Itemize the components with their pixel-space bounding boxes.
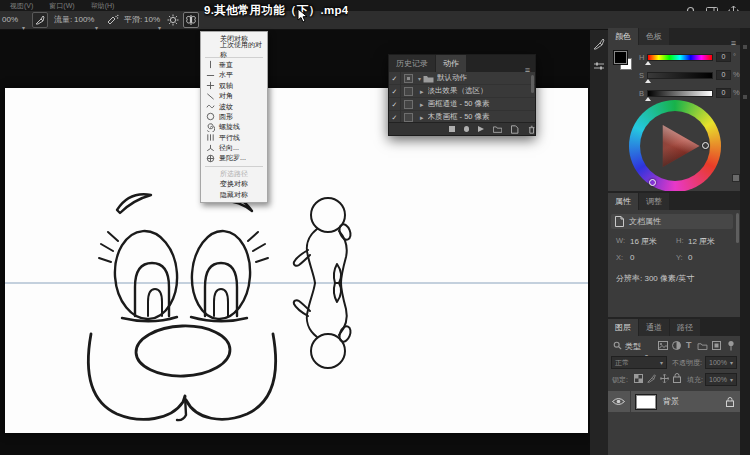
height-value[interactable]: 12 厘米 [688, 236, 715, 247]
tab-channels[interactable]: 通道 [639, 319, 669, 336]
expand-arrow-icon[interactable] [420, 87, 424, 96]
delete-button[interactable] [528, 125, 535, 134]
paint-symmetry-butterfly-button[interactable] [183, 12, 199, 28]
menu-item-spiral[interactable]: 螺旋线 [201, 122, 267, 132]
dialog-toggle-icon[interactable] [404, 87, 413, 96]
saturation-value[interactable]: 0 [716, 70, 731, 80]
panel-menu-icon[interactable] [731, 32, 736, 50]
filter-type-icon[interactable]: T [686, 340, 692, 350]
actions-scrollbar[interactable] [531, 75, 534, 93]
menu-item-dual-axis[interactable]: 双轴 [201, 81, 267, 91]
menu-item-parallel-lines[interactable]: 平行线 [201, 133, 267, 143]
action-set-row[interactable]: ✓ 默认动作 [389, 72, 535, 85]
lock-transparency-icon[interactable] [634, 374, 643, 383]
brightness-slider-thumb[interactable] [645, 97, 651, 101]
foreground-color-swatch[interactable] [614, 51, 627, 64]
dialog-toggle-icon[interactable] [404, 113, 413, 122]
tab-properties[interactable]: 属性 [608, 193, 638, 210]
action-row[interactable]: ✓ 画框通道 - 50 像素 [389, 98, 535, 111]
parallel-lines-symmetry-icon [206, 133, 215, 142]
layer-thumbnail[interactable] [636, 395, 656, 409]
x-value[interactable]: 0 [630, 253, 634, 262]
resolution-value: 分辨率: 300 像素/英寸 [616, 273, 736, 284]
filter-group-icon[interactable] [697, 342, 708, 350]
action-row[interactable]: ✓ 淡出效果（选区） [389, 85, 535, 98]
lock-position-icon[interactable] [660, 374, 669, 383]
tab-history[interactable]: 历史记录 [389, 55, 435, 72]
lock-pixels-brush-icon[interactable] [647, 374, 656, 383]
tab-actions[interactable]: 动作 [436, 55, 466, 72]
diagonal-symmetry-icon [206, 92, 215, 101]
brush-panel-icon[interactable] [593, 38, 605, 50]
menu-item-vertical[interactable]: 垂直 [201, 60, 267, 70]
brightness-value[interactable]: 0 [716, 88, 731, 98]
tab-layers[interactable]: 图层 [608, 319, 638, 336]
document-properties-row[interactable]: 文档属性 [611, 214, 733, 229]
tab-adjustments[interactable]: 调整 [639, 193, 669, 210]
menu-window[interactable]: 窗口(W) [49, 1, 74, 11]
opacity-pressure-button[interactable] [32, 12, 48, 28]
menu-help[interactable]: 帮助(H) [91, 1, 115, 11]
dialog-toggle-icon[interactable] [404, 74, 413, 83]
menu-item-last-used-symmetry[interactable]: 上次使用的对称 [201, 44, 267, 54]
brush-settings-panel-icon[interactable] [593, 60, 605, 72]
filter-pin-toggle-icon[interactable] [727, 340, 735, 351]
properties-scrollbar[interactable] [736, 213, 739, 243]
brightness-slider[interactable] [647, 90, 713, 97]
expand-arrow-icon[interactable] [420, 100, 424, 109]
y-value[interactable]: 0 [688, 253, 692, 262]
expand-arrow-icon[interactable] [420, 113, 424, 122]
actions-list: ✓ 默认动作 ✓ 淡出效果（选区） ✓ 画框通道 - 50 像素 ✓ [389, 72, 535, 124]
expand-caret-icon[interactable] [418, 74, 421, 83]
flow-value[interactable]: 100% [74, 11, 94, 29]
lock-all-icon[interactable] [673, 373, 681, 383]
lock-label: 锁定: [612, 375, 628, 385]
menu-item-wavy[interactable]: 波纹 [201, 101, 267, 111]
blend-mode-select[interactable]: 正常 [611, 356, 667, 369]
menu-item-transform-symmetry[interactable]: 变换对称 [201, 179, 267, 189]
menu-item-circle[interactable]: 圆形 [201, 112, 267, 122]
play-button[interactable] [478, 126, 484, 132]
tab-paths[interactable]: 路径 [670, 319, 700, 336]
filter-adjustment-icon[interactable] [672, 341, 681, 350]
menu-item-hide-symmetry[interactable]: 隐藏对称 [201, 189, 267, 199]
visibility-eye-icon[interactable] [612, 397, 625, 406]
record-button[interactable] [464, 126, 470, 132]
dialog-toggle-icon[interactable] [404, 100, 413, 109]
edge-marker [743, 95, 747, 99]
menu-item-diagonal[interactable]: 对角 [201, 91, 267, 101]
opacity-select[interactable]: 100% [705, 356, 737, 369]
canvas[interactable] [5, 88, 588, 433]
new-set-folder-button[interactable] [493, 125, 502, 133]
filter-smart-object-icon[interactable] [712, 341, 721, 350]
dual-axis-symmetry-icon [206, 81, 215, 90]
menu-item-mandala[interactable]: 曼陀罗... [201, 153, 267, 163]
tab-color[interactable]: 颜色 [608, 28, 638, 45]
color-wheel[interactable] [629, 100, 721, 192]
airbrush-icon[interactable] [106, 12, 120, 28]
wheel-options-icon[interactable] [732, 174, 740, 182]
hue-slider-thumb[interactable] [645, 61, 651, 65]
opacity-field[interactable]: 00% [2, 11, 18, 29]
hue-ring-selector-icon[interactable] [649, 179, 656, 186]
divider [630, 391, 631, 412]
saturation-slider-thumb[interactable] [645, 79, 651, 83]
filter-kind-select[interactable]: 类型 [625, 341, 641, 352]
hue-value[interactable]: 0 [716, 52, 731, 62]
stop-button[interactable] [449, 126, 455, 132]
menu-item-radial[interactable]: 径向... [201, 143, 267, 153]
new-action-button[interactable] [511, 125, 518, 134]
fill-select[interactable]: 100% [705, 373, 737, 386]
smoothing-gear-icon[interactable] [166, 12, 180, 28]
layer-row-background[interactable]: 背景 [608, 391, 740, 412]
triangle-selector-icon[interactable] [702, 142, 709, 149]
hue-slider[interactable] [647, 54, 713, 61]
tab-swatches[interactable]: 色板 [639, 28, 669, 45]
menu-item-horizontal[interactable]: 水平 [201, 70, 267, 80]
saturation-slider[interactable] [647, 72, 713, 79]
menu-item-selected-path: 所选路径 [201, 169, 267, 179]
menu-view[interactable]: 视图(V) [10, 1, 33, 11]
layer-name[interactable]: 背景 [663, 396, 679, 407]
filter-pixel-icon[interactable] [658, 341, 668, 350]
width-value[interactable]: 16 厘米 [630, 236, 657, 247]
